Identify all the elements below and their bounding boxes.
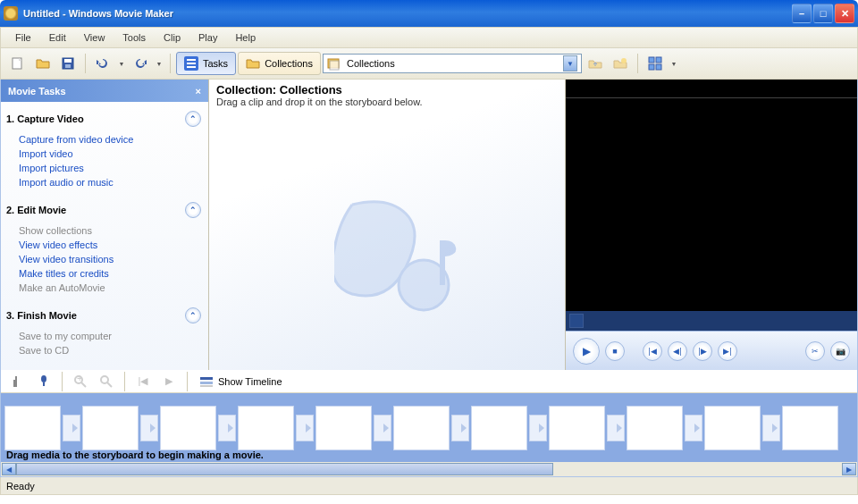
storyboard-strip[interactable]: Drag media to the storyboard to begin ma…: [1, 393, 857, 462]
zoom-out-button[interactable]: [95, 370, 118, 393]
scroll-thumb[interactable]: [16, 463, 553, 475]
task-group-edit[interactable]: 2. Edit Movie ⌃: [6, 198, 201, 222]
svg-line-25: [107, 382, 112, 387]
svg-rect-9: [330, 61, 339, 70]
storyboard-transition[interactable]: [218, 415, 236, 441]
storyboard-clip[interactable]: [82, 406, 139, 450]
task-save-computer[interactable]: Save to my computer: [19, 329, 201, 343]
step-fwd-button[interactable]: |▶: [693, 341, 712, 361]
stop-button[interactable]: ■: [605, 341, 625, 361]
set-audio-button[interactable]: [6, 370, 29, 393]
svg-text:+: +: [77, 374, 82, 383]
open-button[interactable]: [31, 52, 55, 75]
chevron-up-icon[interactable]: ⌃: [185, 307, 201, 323]
storyboard-clip[interactable]: [160, 406, 216, 450]
minimize-button[interactable]: –: [792, 4, 812, 23]
task-automovie[interactable]: Make an AutoMovie: [19, 281, 201, 295]
collection-icon: [327, 56, 341, 71]
menu-help[interactable]: Help: [228, 29, 263, 46]
storyboard-transition[interactable]: [607, 415, 625, 441]
storyboard-clip[interactable]: [549, 406, 605, 450]
preview-fullscreen-bar: [566, 311, 857, 331]
storyboard-clip[interactable]: [4, 406, 61, 450]
task-video-transitions[interactable]: View video transitions: [19, 252, 201, 266]
up-folder-button[interactable]: [584, 52, 607, 75]
maximize-button[interactable]: □: [813, 4, 833, 23]
save-button[interactable]: [56, 52, 80, 75]
next-button[interactable]: ▶|: [718, 341, 737, 361]
storyboard-clip[interactable]: [471, 406, 527, 450]
chevron-up-icon[interactable]: ⌃: [185, 202, 201, 218]
new-folder-button[interactable]: [609, 52, 632, 75]
show-timeline-label: Show Timeline: [218, 376, 282, 387]
collection-heading: Collection: Collections: [216, 83, 558, 97]
menu-edit[interactable]: Edit: [42, 29, 73, 46]
task-import-pictures[interactable]: Import pictures: [19, 161, 201, 175]
folder-icon: [246, 56, 260, 71]
storyboard-transition[interactable]: [529, 415, 547, 441]
storyboard-hscroll[interactable]: ◀ ▶: [1, 462, 857, 476]
task-titles-credits[interactable]: Make titles or credits: [19, 266, 201, 281]
storyboard-clip[interactable]: [238, 406, 294, 450]
task-save-cd[interactable]: Save to CD: [19, 343, 201, 357]
scroll-left-button[interactable]: ◀: [2, 463, 16, 475]
menu-clip[interactable]: Clip: [156, 29, 188, 46]
task-import-audio[interactable]: Import audio or music: [19, 175, 201, 189]
storyboard-clip[interactable]: [782, 406, 838, 450]
rewind-storyboard-button[interactable]: |◀: [131, 370, 155, 393]
collections-toggle-button[interactable]: Collections: [238, 52, 321, 75]
storyboard-transition[interactable]: [63, 415, 80, 441]
task-import-video[interactable]: Import video: [19, 147, 201, 161]
prev-button[interactable]: |◀: [643, 341, 662, 361]
scroll-right-button[interactable]: ▶: [842, 463, 856, 475]
collections-select[interactable]: Collections ▼: [323, 54, 582, 73]
storyboard-clip[interactable]: [393, 406, 450, 450]
storyboard: + |◀ ▶ Show Timeline Drag media to the s…: [0, 370, 858, 477]
redo-button[interactable]: [129, 52, 152, 75]
dropdown-arrow-icon[interactable]: ▼: [563, 55, 577, 71]
storyboard-transition[interactable]: [296, 415, 314, 441]
storyboard-transition[interactable]: [374, 415, 391, 441]
storyboard-clip[interactable]: [704, 406, 761, 450]
storyboard-transition[interactable]: [685, 415, 702, 441]
tasks-toggle-button[interactable]: Tasks: [176, 52, 236, 75]
svg-rect-6: [187, 63, 196, 64]
collection-pane: Collection: Collections Drag a clip and …: [208, 80, 566, 370]
split-button[interactable]: ✂: [805, 341, 825, 361]
task-capture-device[interactable]: Capture from video device: [19, 132, 201, 147]
view-dropdown[interactable]: ▼: [669, 52, 679, 75]
task-pane-close-button[interactable]: ×: [196, 86, 201, 97]
menu-view[interactable]: View: [77, 29, 113, 46]
svg-rect-3: [65, 64, 71, 68]
narrate-button[interactable]: [32, 370, 55, 393]
view-button[interactable]: [644, 52, 667, 75]
play-storyboard-button[interactable]: ▶: [157, 370, 181, 393]
preview-controls: ▶ ■ |◀ ◀| |▶ ▶| ✂ 📷: [566, 331, 857, 370]
storyboard-transition[interactable]: [451, 415, 469, 441]
task-pane-scroll[interactable]: 1. Capture Video ⌃ Capture from video de…: [1, 102, 208, 370]
redo-dropdown[interactable]: ▼: [154, 52, 164, 75]
undo-dropdown[interactable]: ▼: [116, 52, 127, 75]
zoom-in-button[interactable]: +: [69, 370, 92, 393]
play-button[interactable]: ▶: [573, 338, 600, 365]
menu-tools[interactable]: Tools: [115, 29, 153, 46]
fullscreen-button[interactable]: [569, 314, 584, 328]
task-show-collections[interactable]: Show collections: [19, 223, 201, 238]
snapshot-button[interactable]: 📷: [830, 341, 850, 361]
task-video-effects[interactable]: View video effects: [19, 238, 201, 252]
menu-file[interactable]: File: [8, 29, 38, 46]
undo-button[interactable]: [91, 52, 114, 75]
storyboard-transition[interactable]: [140, 415, 158, 441]
task-group-finish[interactable]: 3. Finish Movie ⌃: [6, 304, 201, 327]
task-group-capture[interactable]: 1. Capture Video ⌃: [6, 107, 201, 130]
new-project-button[interactable]: [6, 52, 29, 75]
chevron-up-icon[interactable]: ⌃: [185, 111, 201, 127]
menu-play[interactable]: Play: [191, 29, 224, 46]
storyboard-transition[interactable]: [762, 415, 780, 441]
svg-rect-27: [200, 382, 213, 384]
storyboard-clip[interactable]: [315, 406, 372, 450]
close-button[interactable]: ✕: [835, 4, 854, 23]
show-timeline-button[interactable]: Show Timeline: [194, 372, 288, 391]
step-back-button[interactable]: ◀|: [668, 341, 687, 361]
storyboard-clip[interactable]: [627, 406, 683, 450]
